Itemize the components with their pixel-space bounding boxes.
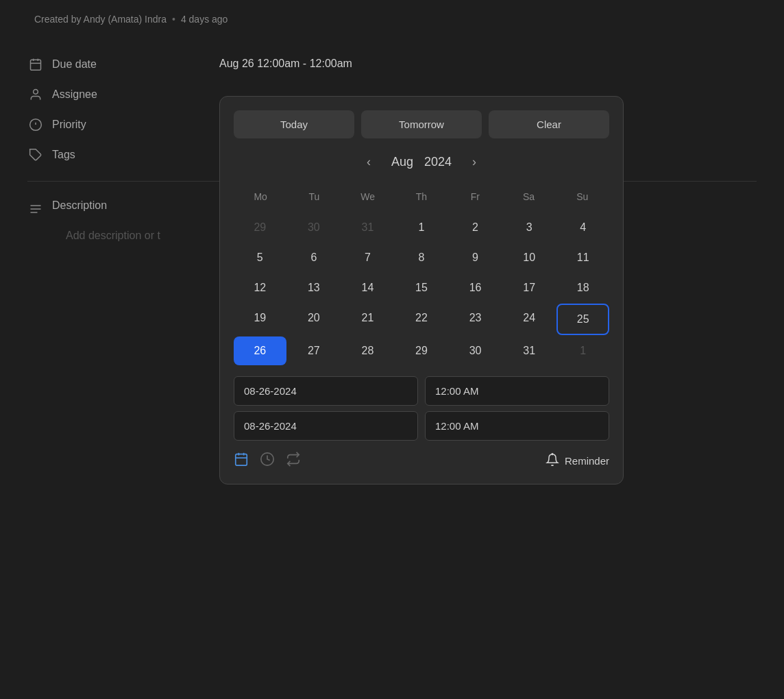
footer-icons <box>234 452 301 470</box>
due-date-label-container: Due date <box>27 56 219 73</box>
day-header-tu: Tu <box>287 186 341 208</box>
description-placeholder: Add description or t <box>66 230 160 241</box>
clear-button[interactable]: Clear <box>489 110 609 138</box>
calendar-day-3-1[interactable]: 20 <box>288 304 341 335</box>
due-date-label: Due date <box>52 58 97 71</box>
datetime-inputs <box>234 376 609 441</box>
assignee-label: Assignee <box>52 88 97 101</box>
assignee-label-container: Assignee <box>27 86 219 103</box>
calendar-days: 2930311234567891011121314151617181920212… <box>234 213 609 365</box>
priority-label-container: Priority <box>27 116 219 133</box>
calendar-day-1-4[interactable]: 9 <box>449 243 502 272</box>
svg-rect-12 <box>236 454 247 466</box>
calendar-day-1-1[interactable]: 6 <box>288 243 341 272</box>
calendar-day-3-0[interactable]: 19 <box>234 304 286 335</box>
tags-label-container: Tags <box>27 147 219 163</box>
year-label: 2024 <box>424 155 452 169</box>
description-icon <box>27 201 44 217</box>
svg-rect-0 <box>31 60 41 70</box>
calendar-day-1-3[interactable]: 8 <box>395 243 448 272</box>
calendar-day-3-3[interactable]: 22 <box>395 304 448 335</box>
calendar-day-1-2[interactable]: 7 <box>341 243 394 272</box>
calendar-day-0-5[interactable]: 3 <box>503 213 556 242</box>
reminder-icon <box>546 453 559 469</box>
calendar-day-3-2[interactable]: 21 <box>341 304 394 335</box>
tomorrow-button[interactable]: Tomorrow <box>361 110 482 138</box>
calendar-day-4-0[interactable]: 26 <box>234 336 286 365</box>
calendar-day-4-6[interactable]: 1 <box>556 336 609 365</box>
day-header-su: Su <box>556 186 609 208</box>
calendar-day-3-6[interactable]: 25 <box>556 304 609 335</box>
calendar-day-0-3[interactable]: 1 <box>395 213 448 242</box>
start-date-input[interactable] <box>234 376 418 406</box>
description-label: Description <box>52 199 107 212</box>
calendar-popup: Today Tomorrow Clear ‹ Aug 2024 › MoTuWe… <box>219 96 624 485</box>
next-month-button[interactable]: › <box>465 152 483 172</box>
calendar-day-0-2[interactable]: 31 <box>341 213 394 242</box>
calendar-day-2-3[interactable]: 15 <box>395 273 448 302</box>
calendar-day-0-6[interactable]: 4 <box>556 213 609 242</box>
calendar-grid: MoTuWeThFrSaSu 2930311234567891011121314… <box>234 186 609 365</box>
calendar-day-0-1[interactable]: 30 <box>288 213 341 242</box>
reminder-button[interactable]: Reminder <box>546 453 609 469</box>
end-datetime-row <box>234 411 609 441</box>
calendar-day-2-6[interactable]: 18 <box>556 273 609 302</box>
clock-footer-icon[interactable] <box>260 452 275 470</box>
due-date-value[interactable]: Aug 26 12:00am - 12:00am <box>219 56 352 70</box>
tags-label: Tags <box>52 149 75 161</box>
calendar-day-4-1[interactable]: 27 <box>288 336 341 365</box>
quick-buttons-row: Today Tomorrow Clear <box>234 110 609 138</box>
month-year-display: Aug 2024 <box>391 155 452 169</box>
svg-point-4 <box>34 90 38 95</box>
prev-month-button[interactable]: ‹ <box>360 152 378 172</box>
calendar-day-1-0[interactable]: 5 <box>234 243 286 272</box>
tag-icon <box>27 147 44 163</box>
reminder-label: Reminder <box>565 455 609 467</box>
calendar-icon <box>27 56 44 73</box>
calendar-day-4-5[interactable]: 31 <box>503 336 556 365</box>
repeat-footer-icon[interactable] <box>286 452 301 470</box>
calendar-day-1-6[interactable]: 11 <box>556 243 609 272</box>
month-label: Aug <box>391 155 413 169</box>
day-headers: MoTuWeThFrSaSu <box>234 186 609 208</box>
day-header-fr: Fr <box>448 186 502 208</box>
calendar-day-0-0[interactable]: 29 <box>234 213 286 242</box>
person-icon <box>27 86 44 103</box>
calendar-day-2-2[interactable]: 14 <box>341 273 394 302</box>
priority-label: Priority <box>52 119 86 131</box>
calendar-day-2-1[interactable]: 13 <box>288 273 341 302</box>
created-by-text: Created by Andy (Amata) Indra <box>34 14 167 25</box>
calendar-footer-icon[interactable] <box>234 452 249 470</box>
day-header-mo: Mo <box>234 186 287 208</box>
priority-icon <box>27 116 44 133</box>
calendar-day-2-0[interactable]: 12 <box>234 273 286 302</box>
calendar-day-0-4[interactable]: 2 <box>449 213 502 242</box>
day-header-th: Th <box>395 186 448 208</box>
calendar-footer: Reminder <box>234 452 609 470</box>
meta-row: Created by Andy (Amata) Indra • 4 days a… <box>27 14 757 25</box>
meta-dot: • <box>172 14 175 25</box>
time-ago-text: 4 days ago <box>181 14 228 25</box>
month-nav: ‹ Aug 2024 › <box>234 152 609 172</box>
today-button[interactable]: Today <box>234 110 354 138</box>
start-datetime-row <box>234 376 609 406</box>
end-time-input[interactable] <box>425 411 609 441</box>
day-header-sa: Sa <box>502 186 555 208</box>
due-date-row: Due date Aug 26 12:00am - 12:00am <box>27 49 757 79</box>
calendar-day-2-5[interactable]: 17 <box>503 273 556 302</box>
calendar-day-1-5[interactable]: 10 <box>503 243 556 272</box>
calendar-day-3-4[interactable]: 23 <box>449 304 502 335</box>
end-date-input[interactable] <box>234 411 418 441</box>
calendar-day-2-4[interactable]: 16 <box>449 273 502 302</box>
calendar-day-3-5[interactable]: 24 <box>503 304 556 335</box>
day-header-we: We <box>341 186 395 208</box>
start-time-input[interactable] <box>425 376 609 406</box>
calendar-day-4-2[interactable]: 28 <box>341 336 394 365</box>
calendar-day-4-3[interactable]: 29 <box>395 336 448 365</box>
calendar-day-4-4[interactable]: 30 <box>449 336 502 365</box>
